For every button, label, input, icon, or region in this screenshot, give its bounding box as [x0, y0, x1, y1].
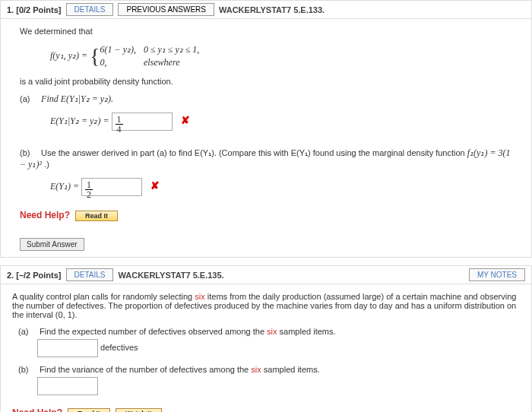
piecewise: { 6(1 − y₂), 0 ≤ y₁ ≤ y₂ ≤ 1, 0, elsewhe… — [90, 43, 207, 69]
frac-den: 2 — [85, 190, 93, 199]
question-2: 2. [–/2 Points] DETAILS WACKERLYSTAT7 5.… — [0, 265, 532, 412]
part-a-lhs: E(Y₁|Y₂ = y₂) = — [50, 116, 112, 126]
q2a-six: six — [267, 327, 277, 336]
q1-intro: We determined that — [20, 27, 512, 36]
details-button[interactable]: DETAILS — [66, 3, 114, 16]
part-a-prompt: Find E(Y₁|Y₂ = y₂). — [41, 93, 113, 104]
q2-need-help-row: Need Help? Read It Watch It — [12, 407, 525, 412]
question-2-header: 2. [–/2 Points] DETAILS WACKERLYSTAT7 5.… — [1, 266, 531, 284]
part-b-answer-row: E(Y₁) = 1 2 ✘ — [20, 178, 512, 196]
watch-it-button[interactable]: Watch It — [116, 408, 162, 412]
q1-valid-line: is a valid joint probability density fun… — [20, 77, 512, 86]
brace-icon: { — [90, 48, 100, 65]
q2a-prompt-1: Find the expected number of defectives o… — [40, 327, 267, 336]
part-b-prompt: Use the answer derived in part (a) to fi… — [20, 148, 511, 169]
question-1: 1. [0/2 Points] DETAILS PREVIOUS ANSWERS… — [0, 0, 532, 258]
part-a-answer-row: E(Y₁|Y₂ = y₂) = 1 4 ✘ — [20, 113, 512, 131]
q2-points: 2. [–/2 Points] — [7, 271, 62, 280]
q2b-answer-row — [12, 377, 525, 395]
q2b-prompt-2: sampled items. — [261, 365, 320, 374]
frac-den: 4 — [116, 125, 123, 134]
piece1-expr: 6(1 − y₂), — [100, 43, 144, 56]
part-b-prompt-2: .) — [44, 160, 49, 169]
q2-part-b: (b) Find the variance of the number of d… — [12, 365, 525, 374]
pdf-lhs: f(y₁, y₂) = — [50, 50, 90, 61]
q2-part-b-prompt: Find the variance of the number of defec… — [40, 365, 320, 374]
piece2-expr: 0, — [100, 56, 144, 69]
part-b-answer-frac: 1 2 — [85, 180, 93, 199]
q1-part-a: (a) Find E(Y₁|Y₂ = y₂). — [20, 93, 512, 105]
q1-part-b: (b) Use the answer derived in part (a) t… — [20, 147, 512, 170]
q2-assignment: WACKERLYSTAT7 5.E.135. — [118, 271, 223, 280]
details-button[interactable]: DETAILS — [66, 268, 114, 281]
q1-points: 1. [0/2 Points] — [7, 5, 62, 14]
q2-part-b-label: (b) — [18, 365, 37, 374]
q2a-unit: defectives — [100, 343, 138, 352]
q2b-prompt-1: Find the variance of the number of defec… — [40, 365, 251, 374]
q2b-six: six — [251, 365, 261, 374]
submit-answer-button[interactable]: Submit Answer — [20, 238, 84, 251]
piece2-cond: elsewhere — [144, 56, 207, 69]
q1-pdf: f(y₁, y₂) = { 6(1 − y₂), 0 ≤ y₁ ≤ y₂ ≤ 1… — [20, 43, 512, 69]
q2a-prompt-2: sampled items. — [277, 327, 336, 336]
read-it-button[interactable]: Read It — [68, 408, 110, 412]
question-1-header: 1. [0/2 Points] DETAILS PREVIOUS ANSWERS… — [1, 1, 531, 19]
q2-intro-1: A quality control plan calls for randoml… — [12, 292, 195, 301]
part-b-lhs: E(Y₁) = — [50, 181, 81, 192]
q2-part-a-label: (a) — [18, 327, 37, 336]
piece1-cond: 0 ≤ y₁ ≤ y₂ ≤ 1, — [144, 43, 207, 56]
need-help-label: Need Help? — [12, 407, 62, 412]
question-1-body: We determined that f(y₁, y₂) = { 6(1 − y… — [1, 19, 531, 257]
part-a-label: (a) — [20, 94, 39, 103]
q2a-answer-input[interactable] — [37, 339, 98, 357]
q2b-answer-input[interactable] — [37, 377, 98, 395]
wrong-icon: ✘ — [181, 115, 190, 126]
read-it-button[interactable]: Read It — [75, 211, 118, 221]
part-b-prompt-1: Use the answer derived in part (a) to fi… — [41, 148, 467, 157]
need-help-label: Need Help? — [20, 210, 70, 220]
wrong-icon: ✘ — [150, 180, 160, 192]
part-a-answer-frac: 1 4 — [116, 115, 123, 134]
q2-intro-six: six — [195, 292, 204, 301]
q2a-answer-row: defectives — [12, 339, 525, 357]
need-help-row: Need Help? Read It — [20, 210, 512, 221]
part-a-answer-input[interactable]: 1 4 — [112, 113, 173, 131]
question-2-body: A quality control plan calls for randoml… — [1, 284, 531, 412]
q1-assignment: WACKERLYSTAT7 5.E.133. — [219, 5, 325, 14]
q2-intro: A quality control plan calls for randoml… — [12, 292, 525, 319]
part-b-label: (b) — [20, 148, 39, 157]
q2-part-a-prompt: Find the expected number of defectives o… — [40, 327, 336, 336]
q2-part-a: (a) Find the expected number of defectiv… — [12, 327, 525, 336]
previous-answers-button[interactable]: PREVIOUS ANSWERS — [118, 3, 214, 16]
my-notes-button[interactable]: MY NOTES — [469, 268, 525, 281]
part-b-answer-input[interactable]: 1 2 — [81, 178, 142, 196]
